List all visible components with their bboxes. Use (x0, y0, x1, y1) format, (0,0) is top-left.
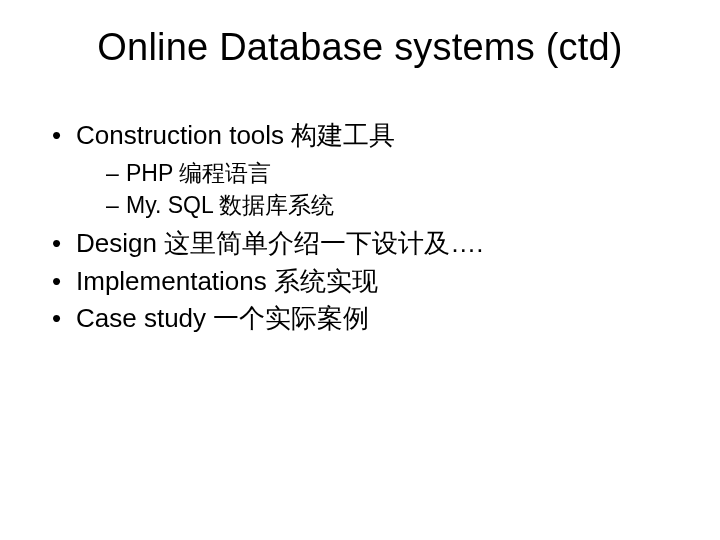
sub-item: My. SQL 数据库系统 (106, 189, 684, 221)
slide-title: Online Database systems (ctd) (36, 26, 684, 69)
list-item-text: Design 这里简单介绍一下设计及…. (76, 228, 483, 258)
list-item: Case study 一个实际案例 (52, 300, 684, 338)
sub-item-text: My. SQL 数据库系统 (126, 192, 334, 218)
list-item: Implementations 系统实现 (52, 263, 684, 301)
sub-list: PHP 编程语言 My. SQL 数据库系统 (76, 157, 684, 221)
bullet-list: Construction tools 构建工具 PHP 编程语言 My. SQL… (36, 117, 684, 338)
list-item-text: Construction tools 构建工具 (76, 120, 395, 150)
sub-item: PHP 编程语言 (106, 157, 684, 189)
list-item: Construction tools 构建工具 PHP 编程语言 My. SQL… (52, 117, 684, 221)
list-item: Design 这里简单介绍一下设计及…. (52, 225, 684, 263)
list-item-text: Implementations 系统实现 (76, 266, 378, 296)
sub-item-text: PHP 编程语言 (126, 160, 271, 186)
list-item-text: Case study 一个实际案例 (76, 303, 369, 333)
